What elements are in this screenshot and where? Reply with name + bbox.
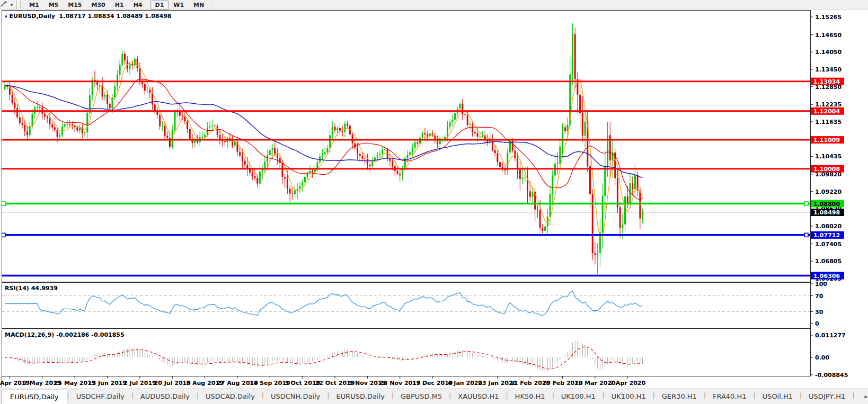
timeframe-button-mn[interactable]: MN	[189, 1, 209, 10]
svg-text:0: 0	[815, 320, 819, 327]
timeframe-button-h1[interactable]: H1	[110, 1, 129, 10]
chart-title: ▾EURUSD,Daily 1.08717 1.08834 1.08489 1.…	[5, 13, 171, 20]
svg-text:1.13034: 1.13034	[813, 78, 840, 85]
svg-text:1.07405: 1.07405	[815, 241, 842, 248]
toolbar-separator	[16, 1, 17, 9]
svg-text:1.12004: 1.12004	[813, 108, 840, 115]
trading-platform-window: 1.152651.146501.140501.134501.128501.122…	[0, 0, 868, 404]
date-label: 2 Jul 2019	[123, 380, 156, 387]
chart-tab-6-gbpusd-m5[interactable]: GBPUSD,M5	[394, 389, 449, 404]
svg-text:1.08498: 1.08498	[813, 209, 840, 216]
date-label: 17 Dec 2019	[412, 380, 453, 387]
timeframe-buttons: M1M5M15M30H1H4D1W1MN	[24, 1, 209, 10]
svg-text:1.08800: 1.08800	[813, 201, 840, 208]
chart-canvas: 1.152651.146501.140501.134501.128501.122…	[0, 0, 868, 404]
chart-tab-1-usdchf-daily[interactable]: USDCHF,Daily	[69, 389, 131, 404]
toolbar-drag-handle[interactable]	[20, 1, 22, 8]
svg-text:1.06306: 1.06306	[813, 273, 840, 280]
chart-tab-12-fra40-h1[interactable]: FRA40,H1	[706, 389, 754, 404]
macd-indicator-label: MACD(12,26,9) -0.002186 -0.001855	[5, 331, 125, 338]
svg-text:1.10008: 1.10008	[813, 166, 840, 173]
toolbar-separator-2	[211, 1, 212, 9]
svg-text:1.13450: 1.13450	[815, 66, 842, 73]
chart-tab-11-ger30-h1[interactable]: GER30,H1	[655, 389, 704, 404]
timeframe-button-m1[interactable]: M1	[24, 1, 44, 10]
svg-text:70: 70	[815, 293, 823, 300]
chart-tab-13-usoil-h1[interactable]: USOil,H1	[756, 389, 800, 404]
svg-text:1.14050: 1.14050	[815, 49, 842, 56]
chart-tab-8-hk50-h1[interactable]: HK50,H1	[508, 389, 552, 404]
chart-tab-9-uk100-h1[interactable]: UK100,H1	[554, 389, 603, 404]
svg-text:1.14650: 1.14650	[815, 32, 842, 39]
chart-tab-14-usdjpy-h1[interactable]: USDJPY,H1	[802, 389, 852, 404]
date-label: 13 Jun 2019	[88, 380, 127, 387]
svg-text:100: 100	[815, 281, 827, 288]
timeframe-button-h4[interactable]: H4	[129, 1, 147, 10]
timeframe-button-m30[interactable]: M30	[87, 1, 110, 10]
svg-text:1.07712: 1.07712	[813, 232, 840, 239]
main-price-panel	[2, 11, 811, 282]
tab-scroll-controls: ◄ ►	[854, 389, 868, 404]
tool-dropdown-arrow-icon[interactable]: ▾	[10, 3, 14, 7]
chart-tab-0-eurusd-daily[interactable]: EURUSD,Daily	[2, 390, 67, 404]
svg-text:1.10435: 1.10435	[815, 153, 842, 160]
svg-text:1.06805: 1.06805	[815, 258, 842, 265]
date-label: 7 Apr 2020	[609, 380, 645, 387]
timeframe-button-w1[interactable]: W1	[169, 1, 189, 10]
svg-text:-0.008845: -0.008845	[815, 372, 848, 379]
trendline-tool-icon[interactable]	[2, 1, 10, 9]
rsi-indicator-label: RSI(14) 44.9939	[5, 285, 58, 292]
chart-ohlc-values: 1.08717 1.08834 1.08489 1.08498	[59, 13, 172, 20]
svg-text:1.09220: 1.09220	[815, 188, 842, 195]
chart-tabs: EURUSD,Daily|USDCHF,Daily|AUDUSD,Daily|U…	[2, 389, 854, 404]
tab-scroll-left-icon[interactable]: ◄	[863, 394, 866, 399]
timeframe-button-m15[interactable]: M15	[63, 1, 86, 10]
chart-tab-bar: EURUSD,Daily|USDCHF,Daily|AUDUSD,Daily|U…	[0, 389, 868, 404]
timeframe-button-d1[interactable]: D1	[150, 1, 169, 10]
chart-symbol-label: EURUSD,Daily	[10, 13, 55, 20]
toolbar: ▾ M1M5M15M30H1H4D1W1MN	[0, 0, 868, 10]
svg-text:1.11635: 1.11635	[815, 119, 842, 125]
chart-collapse-arrow-icon[interactable]: ▾	[5, 14, 10, 19]
svg-text:1.11009: 1.11009	[813, 137, 840, 143]
rsi-panel	[2, 283, 811, 328]
timeframe-button-m5[interactable]: M5	[44, 1, 64, 10]
svg-text:30: 30	[815, 309, 823, 316]
date-label: 4 Jan 2020	[448, 380, 483, 387]
chart-tab-2-audusd-daily[interactable]: AUDUSD,Daily	[134, 389, 197, 404]
chart-tab-5-eurusd-daily[interactable]: EURUSD,Daily	[329, 389, 392, 404]
support-line-green-handle[interactable]	[804, 202, 808, 205]
date-axis: 18 Apr 20197 May 201925 May 201913 Jun 2…	[0, 376, 645, 388]
date-label: 20 Jul 2019	[154, 380, 191, 387]
support-line-blue-handle[interactable]	[2, 233, 5, 237]
chart-tab-10-uk100-h1[interactable]: UK100,H1	[605, 389, 653, 404]
svg-text:1.15265: 1.15265	[815, 14, 842, 21]
support-line-blue-handle[interactable]	[804, 233, 808, 237]
chart-tab-4-usdcnh-daily[interactable]: USDCNH,Daily	[264, 389, 327, 404]
svg-text:0.00: 0.00	[815, 354, 829, 361]
svg-text:1.12235: 1.12235	[815, 101, 842, 108]
svg-text:0.011277: 0.011277	[815, 332, 846, 339]
support-line-green-handle[interactable]	[2, 202, 5, 205]
svg-text:1.08020: 1.08020	[815, 223, 842, 230]
chart-tab-7-xauusd-h1[interactable]: XAUUSD,H1	[451, 389, 506, 404]
price-axis: 1.152651.146501.140501.134501.128501.122…	[811, 14, 848, 379]
chart-tab-3-usdcad-daily[interactable]: USDCAD,Daily	[199, 389, 262, 404]
